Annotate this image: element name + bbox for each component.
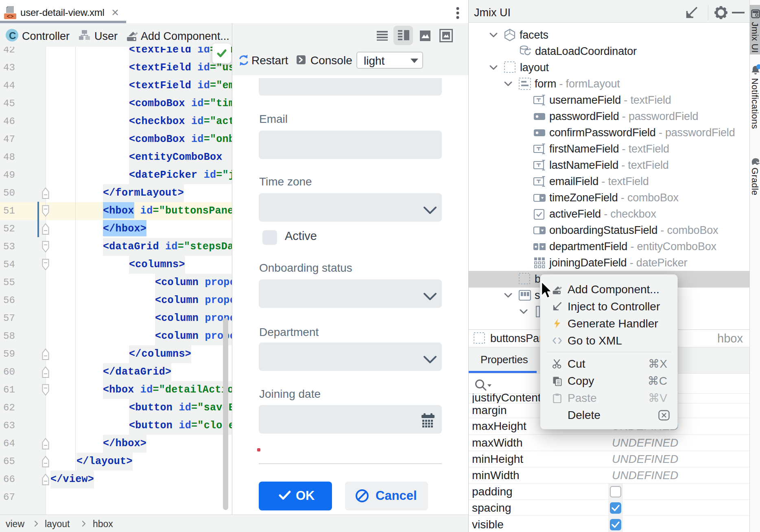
svg-text:<>: <>: [7, 13, 14, 20]
